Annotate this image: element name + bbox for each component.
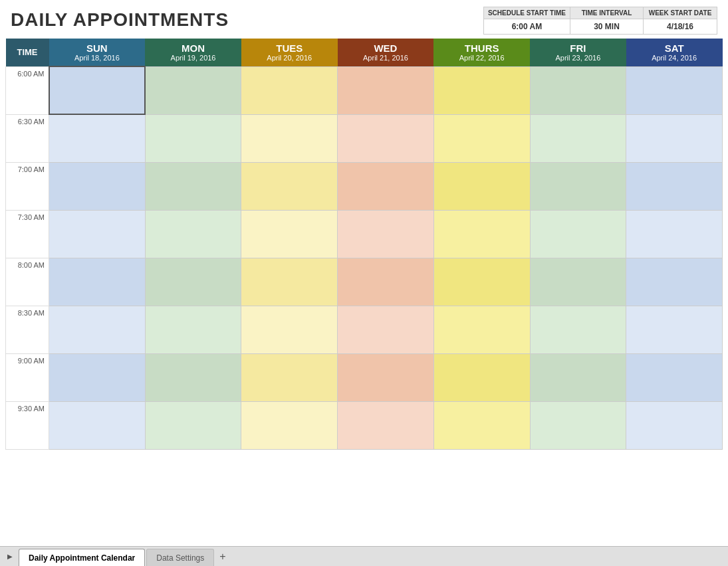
cell-sat-6[interactable] [626,353,723,401]
day-name-tues: TUES [244,43,335,54]
tab-0[interactable]: Daily Appointment Calendar [19,549,145,566]
day-name-mon: MON [148,43,239,54]
cell-sat-3[interactable] [626,210,723,258]
time-cell-4: 8:00 AM [6,258,49,306]
table-row: 9:00 AM [6,353,723,401]
table-row: 7:30 AM [6,210,723,258]
day-date-sat: April 24, 2016 [629,54,720,62]
tab-bar: Daily Appointment CalendarData Settings … [0,546,728,566]
cell-tues-4[interactable] [241,258,338,306]
cell-tues-0[interactable] [241,66,338,114]
table-row: 8:30 AM [6,306,723,353]
cell-wed-6[interactable] [338,353,434,401]
cell-wed-4[interactable] [338,258,434,306]
cell-mon-3[interactable] [145,210,241,258]
cell-fri-6[interactable] [530,353,626,401]
day-header-mon: MONApril 19, 2016 [145,39,241,66]
cell-fri-0[interactable] [530,66,626,114]
cell-fri-1[interactable] [530,114,626,162]
cell-wed-3[interactable] [338,210,434,258]
day-date-wed: April 21, 2016 [340,54,431,62]
day-date-fri: April 23, 2016 [533,54,624,62]
cell-sat-2[interactable] [626,162,723,210]
day-header-sun: SUNApril 18, 2016 [49,39,146,66]
tabs-container: Daily Appointment CalendarData Settings [19,547,215,566]
cell-fri-7[interactable] [530,401,626,449]
cell-sun-5[interactable] [49,306,146,353]
settings-box: SCHEDULE START TIME 6:00 AM TIME INTERVA… [483,7,717,35]
table-row: 7:00 AM [6,162,723,210]
cell-thurs-2[interactable] [433,162,530,210]
cell-sat-4[interactable] [626,258,723,306]
schedule-start-label: SCHEDULE START TIME [484,7,570,19]
cell-sun-4[interactable] [49,258,146,306]
cell-mon-5[interactable] [145,306,241,353]
week-start-label: WEEK START DATE [644,7,717,19]
cell-sun-7[interactable] [49,401,146,449]
cell-fri-5[interactable] [530,306,626,353]
cell-sun-2[interactable] [49,162,146,210]
cell-thurs-6[interactable] [433,353,530,401]
schedule-start-cell: SCHEDULE START TIME 6:00 AM [484,7,570,34]
time-cell-7: 9:30 AM [6,401,49,449]
cell-thurs-7[interactable] [433,401,530,449]
cell-mon-0[interactable] [145,66,241,114]
cell-tues-6[interactable] [241,353,338,401]
cell-thurs-4[interactable] [433,258,530,306]
cell-tues-1[interactable] [241,114,338,162]
schedule-start-value[interactable]: 6:00 AM [484,19,570,34]
time-cell-6: 9:00 AM [6,353,49,401]
cell-fri-4[interactable] [530,258,626,306]
time-interval-cell: TIME INTERVAL 30 MIN [570,7,644,34]
day-date-tues: April 20, 2016 [244,54,335,62]
cell-tues-5[interactable] [241,306,338,353]
day-header-tues: TUESApril 20, 2016 [241,39,338,66]
cell-fri-2[interactable] [530,162,626,210]
week-start-value[interactable]: 4/18/16 [644,19,717,34]
time-column-header: TIME [6,39,49,66]
cell-fri-3[interactable] [530,210,626,258]
time-cell-0: 6:00 AM [6,66,49,114]
cell-mon-4[interactable] [145,258,241,306]
cell-sun-3[interactable] [49,210,146,258]
page-title: DAILY APPOINTMENTS [11,7,229,31]
cell-thurs-5[interactable] [433,306,530,353]
cell-sun-6[interactable] [49,353,146,401]
cell-mon-7[interactable] [145,401,241,449]
cell-sat-5[interactable] [626,306,723,353]
week-start-cell: WEEK START DATE 4/18/16 [644,7,717,34]
day-name-sat: SAT [629,43,720,54]
cell-wed-0[interactable] [338,66,434,114]
cell-sun-0[interactable] [49,66,146,114]
day-header-thurs: THURSApril 22, 2016 [433,39,530,66]
cell-sat-7[interactable] [626,401,723,449]
cell-sat-1[interactable] [626,114,723,162]
time-cell-3: 7:30 AM [6,210,49,258]
app-container: DAILY APPOINTMENTS SCHEDULE START TIME 6… [0,0,728,566]
cell-sun-1[interactable] [49,114,146,162]
play-button[interactable] [4,551,16,563]
cell-mon-1[interactable] [145,114,241,162]
calendar-wrapper: TIME SUNApril 18, 2016MONApril 19, 2016T… [0,39,728,546]
cell-sat-0[interactable] [626,66,723,114]
time-interval-value[interactable]: 30 MIN [570,19,643,34]
cell-thurs-1[interactable] [433,114,530,162]
cell-wed-5[interactable] [338,306,434,353]
cell-tues-3[interactable] [241,210,338,258]
cell-wed-2[interactable] [338,162,434,210]
cell-mon-2[interactable] [145,162,241,210]
day-name-sun: SUN [52,43,143,54]
day-name-fri: FRI [533,43,624,54]
time-interval-label: TIME INTERVAL [570,7,643,19]
cell-thurs-0[interactable] [433,66,530,114]
time-cell-1: 6:30 AM [6,114,49,162]
cell-mon-6[interactable] [145,353,241,401]
cell-tues-7[interactable] [241,401,338,449]
cell-thurs-3[interactable] [433,210,530,258]
add-tab-button[interactable]: + [215,551,229,563]
cell-wed-7[interactable] [338,401,434,449]
cell-tues-2[interactable] [241,162,338,210]
tab-1[interactable]: Data Settings [146,549,214,566]
cell-wed-1[interactable] [338,114,434,162]
calendar-grid: TIME SUNApril 18, 2016MONApril 19, 2016T… [5,39,723,450]
